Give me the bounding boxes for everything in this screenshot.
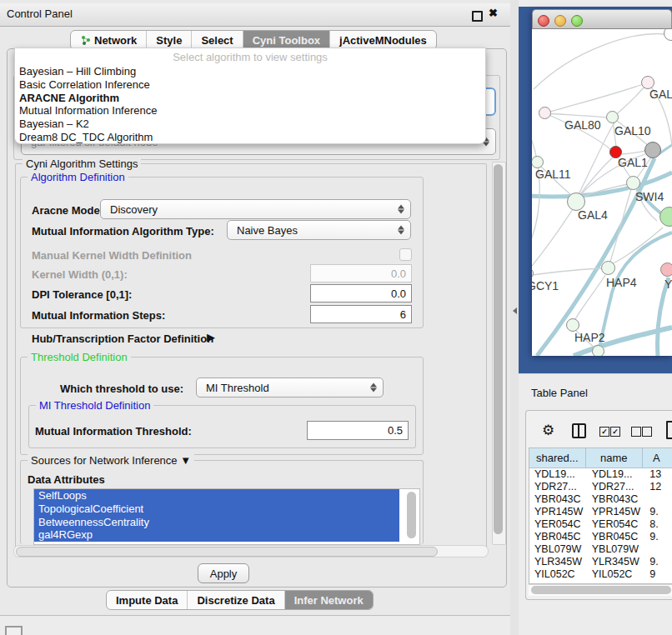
network-node[interactable]: [592, 345, 604, 356]
table-panel: ⚙ ✓ ✓ shared... name A YDL19... YDL19...…: [525, 410, 672, 600]
table-row[interactable]: YPR145W YPR145W 9.: [529, 506, 672, 518]
which-threshold-combo[interactable]: MI Threshold: [196, 378, 384, 398]
tab-select[interactable]: Select: [192, 31, 243, 49]
collapsed-icon[interactable]: ▶: [207, 331, 215, 343]
algorithm-option[interactable]: Bayesian – Hill Climbing: [15, 65, 485, 78]
table-row[interactable]: YBR045C YBR045C 9.: [529, 531, 672, 543]
dpi-tolerance-field[interactable]: 0.0: [310, 284, 412, 302]
mi-threshold-label: Mutual Information Threshold:: [35, 425, 192, 438]
node-label: GAL80: [564, 118, 601, 132]
table-hscrollbar-thumb[interactable]: [531, 586, 671, 594]
table-row[interactable]: YDL19... YDL19... 13: [529, 468, 672, 481]
mi-type-combo[interactable]: Naive Bayes: [227, 220, 411, 240]
node-label: GAL1: [618, 156, 648, 169]
apply-button[interactable]: Apply: [198, 563, 249, 583]
table-row[interactable]: YDR27... YDR27... 12: [529, 481, 672, 493]
table-row[interactable]: YER054C YER054C 8.: [529, 518, 672, 531]
table-row[interactable]: YBL079W YBL079W: [529, 543, 672, 556]
combo-arrows-icon: [398, 205, 404, 214]
mi-type-label: Mutual Information Algorithm Type:: [32, 225, 214, 238]
tab-style[interactable]: Style: [147, 31, 192, 49]
combo-arrows-icon: [370, 383, 377, 392]
kernel-width-field[interactable]: 0.0: [310, 264, 412, 282]
column-header-name[interactable]: name: [586, 448, 643, 468]
minimize-traffic-icon[interactable]: [554, 15, 566, 27]
tab-impute-data[interactable]: Impute Data: [107, 591, 188, 609]
tab-network[interactable]: Network: [71, 31, 147, 49]
close-icon[interactable]: ✖: [489, 7, 498, 19]
network-node-pink[interactable]: [660, 262, 672, 277]
network-icon: [80, 35, 91, 46]
manual-kernel-label: Manual Kernel Width Definition: [32, 249, 192, 262]
mi-steps-label: Mutual Information Steps:: [32, 309, 165, 322]
tab-cyni-toolbox[interactable]: Cyni Toolbox: [243, 31, 330, 49]
data-attributes-list: SelfLoops TopologicalCoefficient Between…: [33, 488, 420, 545]
attribute-item[interactable]: TopologicalCoefficient: [34, 502, 399, 516]
select-all-checkbox-icon2[interactable]: ✓: [610, 427, 620, 437]
attribute-item[interactable]: BetweennessCentrality: [34, 516, 399, 529]
sources-title[interactable]: Sources for Network Inference ▼: [28, 454, 194, 467]
settings-group-title: Cyni Algorithm Settings: [23, 158, 141, 170]
network-canvas[interactable]: GAL GAL80 GAL10 GAL1 SWI4 GAL11 GAL4 GCY…: [532, 29, 672, 356]
hub-definition-label[interactable]: Hub/Transcription Factor Definition: [32, 332, 213, 345]
settings-vscrollbar[interactable]: [492, 162, 506, 545]
close-traffic-icon[interactable]: [538, 15, 549, 27]
deselect-all-checkbox-icon[interactable]: [631, 427, 641, 437]
export-table-icon[interactable]: [666, 421, 672, 439]
network-node-gal80[interactable]: [539, 107, 551, 119]
kernel-width-label: Kernel Width (0,1):: [32, 268, 128, 281]
gear-icon[interactable]: ⚙: [542, 422, 554, 439]
table-row[interactable]: YBR043C YBR043C: [529, 493, 672, 506]
network-node-hap4[interactable]: [601, 261, 615, 275]
expanded-icon: ▼: [180, 454, 191, 467]
network-node-gal10[interactable]: [606, 111, 619, 123]
mi-threshold-field[interactable]: 0.5: [307, 421, 409, 440]
column-header-shared-name[interactable]: shared...: [529, 448, 586, 468]
settings-hscrollbar-thumb[interactable]: [16, 547, 438, 557]
screen: Control Panel ✖ Network Style Select Cyn…: [0, 0, 672, 635]
collapsed-panel-icon[interactable]: [5, 626, 23, 635]
table-row[interactable]: YIL052C YIL052C 9: [529, 568, 672, 581]
node-label: GAL10: [614, 124, 651, 138]
tab-discretize-data[interactable]: Discretize Data: [188, 591, 284, 609]
panel-divider[interactable]: [510, 0, 519, 635]
algorithm-option[interactable]: Dream8 DC_TDC Algorithm: [15, 131, 485, 144]
control-panel-titlebar: [0, 3, 510, 27]
table-row[interactable]: YLR345W YLR345W 9.: [529, 556, 672, 568]
network-node-swi4[interactable]: [626, 176, 640, 190]
column-header-cut[interactable]: A: [643, 448, 672, 468]
algorithm-option-selected[interactable]: ARACNE Algorithm: [15, 92, 485, 105]
network-view-window[interactable]: GAL GAL80 GAL10 GAL1 SWI4 GAL11 GAL4 GCY…: [532, 9, 672, 354]
node-label: GCY1: [532, 279, 559, 292]
deselect-all-checkbox-icon2[interactable]: [642, 427, 652, 437]
bottom-tabbar: Impute Data Discretize Data Infer Networ…: [106, 590, 374, 610]
mi-steps-field[interactable]: 6: [310, 305, 412, 323]
tab-infer-network[interactable]: Infer Network: [285, 591, 373, 609]
dropdown-hint: Select algorithm to view settings: [15, 48, 485, 65]
tab-jactivemnodules[interactable]: jActiveMNodules: [330, 31, 436, 49]
network-window-titlebar[interactable]: [532, 9, 672, 29]
columns-icon[interactable]: [572, 423, 586, 438]
settings-hscrollbar[interactable]: [13, 545, 489, 558]
algorithm-option[interactable]: Basic Correlation Inference: [15, 78, 485, 92]
data-attributes-label: Data Attributes: [28, 473, 105, 486]
manual-kernel-checkbox[interactable]: [399, 248, 412, 261]
attribute-item[interactable]: gal4RGexp: [34, 528, 399, 542]
zoom-traffic-icon[interactable]: [571, 15, 583, 27]
list-vscrollbar-thumb[interactable]: [407, 492, 416, 538]
float-window-icon[interactable]: [472, 11, 483, 22]
node-label: HAP4: [606, 276, 637, 289]
collapse-left-icon[interactable]: [513, 308, 517, 314]
algorithm-option[interactable]: Mutual Information Inference: [15, 104, 485, 118]
aracne-mode-combo[interactable]: Discovery: [100, 199, 411, 219]
attribute-item[interactable]: SelfLoops: [34, 489, 399, 502]
node-label: HAP2: [574, 331, 605, 344]
threshold-definition-title: Threshold Definition: [28, 351, 131, 363]
network-node-hap2[interactable]: [566, 318, 579, 332]
node-label: Y: [664, 278, 672, 291]
table-hscrollbar[interactable]: [529, 584, 672, 596]
algorithm-option[interactable]: Bayesian – K2: [15, 118, 485, 131]
settings-vscrollbar-thumb[interactable]: [494, 164, 503, 534]
select-all-checkbox-icon[interactable]: ✓: [599, 427, 609, 437]
which-threshold-label: Which threshold to use:: [60, 382, 183, 395]
